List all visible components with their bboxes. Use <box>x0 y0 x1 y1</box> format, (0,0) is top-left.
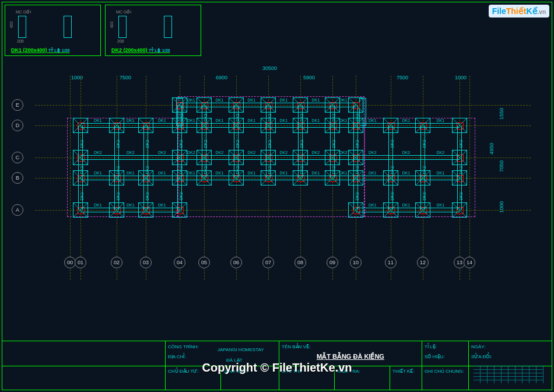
beam-label: DK1 <box>94 171 102 175</box>
tb-sohieu: SỐ HIỆU: <box>425 354 445 359</box>
hatch-block <box>474 366 544 383</box>
grid-bubble-col: 01 <box>75 257 86 268</box>
beam-label: DK2 <box>179 139 183 148</box>
logo-file: File <box>492 6 506 16</box>
beam-label: DK2 <box>437 150 445 155</box>
beam-label: DK2 <box>355 113 359 121</box>
beam-label: DK1 <box>187 98 195 102</box>
beam-horizontal <box>80 208 180 212</box>
beam-label: DK2 <box>94 150 102 155</box>
section-shape <box>164 16 172 38</box>
scale-text: TỶ LỆ: 1/20 <box>48 48 69 52</box>
tb-tenbanve: TÊN BẢN VẼ: <box>282 344 310 349</box>
logo: FileThiếtKế.vn <box>489 5 549 18</box>
beam-label: DK2 <box>116 139 120 148</box>
dim-span: 1550 <box>499 108 504 120</box>
dim-h: 400 <box>9 22 13 29</box>
section-shape <box>18 16 26 38</box>
beam-label: DK2 <box>248 150 256 155</box>
tb-divider <box>390 366 390 390</box>
tb-congtrinh: CÔNG TRÌNH: <box>168 344 199 349</box>
beam-label: DK1 <box>437 118 445 123</box>
dim-h: 400 <box>110 22 114 29</box>
beam-label: DK2 <box>179 192 183 200</box>
beam-label: DK2 <box>355 192 359 200</box>
beam-label: DK1 <box>339 171 348 175</box>
beam-horizontal <box>356 208 460 212</box>
beam-label: DK1 <box>312 118 320 123</box>
grid-bubble-col: 03 <box>140 257 152 268</box>
beam-label: DK2 <box>300 113 304 121</box>
beam-label: DK1 <box>248 98 256 102</box>
beam-label: DK2 <box>158 150 166 155</box>
grid-bubble-row: E <box>12 99 23 111</box>
grid-bubble-row: D <box>12 120 23 131</box>
beam-label: DK2 <box>145 166 149 174</box>
tb-divider <box>422 341 422 390</box>
beam-label: DK2 <box>422 139 426 148</box>
dim-span: 1000 <box>71 75 83 80</box>
beam-label: DK2 <box>236 166 240 174</box>
grid-bubble-col: 04 <box>174 257 185 268</box>
beam-label: DK2 <box>332 166 336 174</box>
beam-label: DK1 <box>402 118 411 123</box>
beam-label: DK2 <box>204 139 208 148</box>
detail-box-dk1: MC GỐI 200 400 DK1 (200x400) TỶ LỆ: 1/20 <box>5 5 101 56</box>
beam-label: DK1 <box>312 98 320 102</box>
beam-label: DK2 <box>179 166 183 174</box>
beam-label: DK2 <box>80 139 84 148</box>
beam-label: DK1 <box>369 171 377 175</box>
grid-bubble-col: 09 <box>327 257 338 268</box>
beam-label: DK1 <box>437 171 445 175</box>
grid-bubble-col: 00 <box>64 257 76 268</box>
beam-label: DK1 <box>339 98 348 102</box>
dim-span: 1000 <box>455 75 467 80</box>
grid-bubble-col: 11 <box>385 257 397 268</box>
section-shape <box>118 16 127 38</box>
tb-ngay: NGÀY: <box>471 344 485 349</box>
grid-bubble-col: 07 <box>262 257 274 268</box>
beam-label: DK2 <box>459 192 463 200</box>
logo-ke: Kế <box>526 6 537 16</box>
beam-label: DK1 <box>369 203 377 207</box>
tb-tile: TỈ LỆ: <box>425 344 437 349</box>
dim-label: MC GỐI <box>16 10 31 15</box>
beam-label: DK2 <box>355 139 359 148</box>
beam-label: DK1 <box>437 203 445 207</box>
beam-label: DK2 <box>390 139 394 148</box>
tb-divider <box>468 341 469 390</box>
label-text: DK2 (200x400) <box>111 47 148 53</box>
grid-bubble-col: 12 <box>417 257 429 268</box>
grid-bubble-row: A <box>12 204 23 216</box>
beam-label: DK1 <box>94 203 102 207</box>
beam-label: DK1 <box>94 118 102 123</box>
beam-label: DK1 <box>216 98 224 102</box>
beam-label: DK2 <box>459 139 463 148</box>
beam-label: DK1 <box>248 171 256 175</box>
beam-label: DK2 <box>236 113 240 121</box>
beam-label: DK2 <box>216 150 224 155</box>
logo-vn: .vn <box>538 9 546 15</box>
watermark: Copyright © FileThietKe.vn <box>202 361 352 374</box>
plan-area: 30500 1000 7500 6900 5900 7500 1000 1550… <box>35 76 531 280</box>
beam-label: DK2 <box>80 192 84 200</box>
beam-label: DK2 <box>332 139 336 148</box>
beam-label: DK2 <box>116 166 120 174</box>
dim-span: 1000 <box>499 201 504 213</box>
beam-label: DK2 <box>459 166 463 174</box>
beam-label: DK1 <box>280 118 288 123</box>
beam-label: DK2 <box>332 113 336 121</box>
beam-label: DK1 <box>127 118 135 123</box>
beam-label: DK2 <box>179 113 183 121</box>
beam-label: DK2 <box>116 192 120 200</box>
logo-thiet: Thiết <box>506 6 527 16</box>
beam-label: DK1 <box>216 171 224 175</box>
beam-label: DK2 <box>339 150 348 155</box>
beam-label: DK1 <box>158 118 166 123</box>
detail-label-dk1: DK1 (200x400) TỶ LỆ: 1/20 <box>11 47 69 53</box>
beam-label: DK1 <box>127 171 135 175</box>
beam-label: DK1 <box>187 118 195 123</box>
beam-label: DK2 <box>300 139 304 148</box>
beam-label: DK2 <box>268 166 272 174</box>
scale-text: TỶ LỆ: 1/20 <box>149 48 170 52</box>
